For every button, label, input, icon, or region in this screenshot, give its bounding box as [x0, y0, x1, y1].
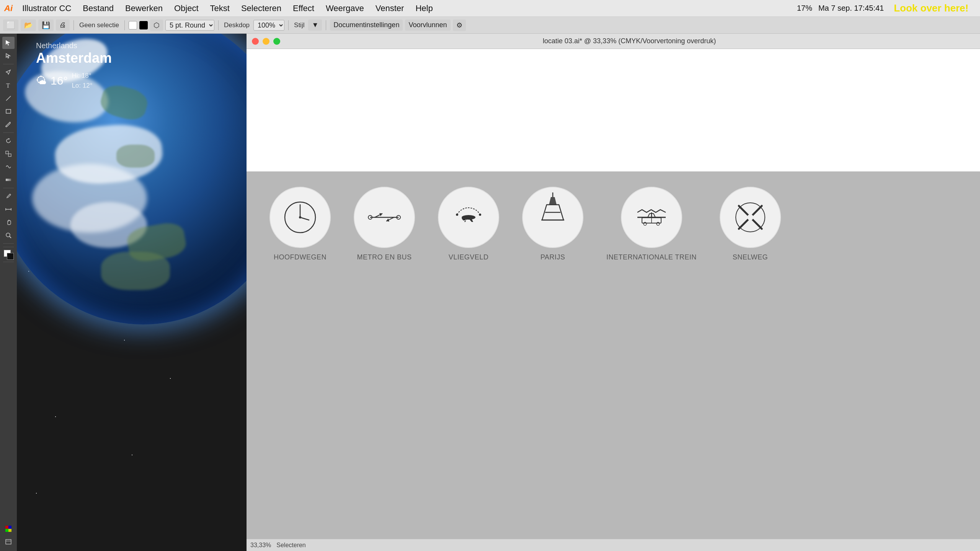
style-label: Stijl	[292, 21, 306, 29]
line-tool[interactable]	[2, 92, 15, 104]
selection-tool[interactable]	[2, 37, 15, 49]
status-bar: 33,33% Selecteren	[247, 539, 980, 551]
svg-rect-5	[6, 179, 11, 181]
zoom-select[interactable]: 100%	[253, 20, 284, 31]
svg-line-19	[300, 217, 309, 220]
icon-label-snelweg: SNELWEG	[733, 253, 768, 261]
open-button[interactable]: 📂	[21, 20, 36, 31]
color-mode-button[interactable]	[2, 523, 15, 535]
paris-icon	[532, 196, 574, 238]
hand-tool[interactable]	[2, 216, 15, 228]
star	[36, 493, 37, 494]
menubar: Ai Illustrator CC Bestand Bewerken Objec…	[0, 0, 980, 17]
international-train-icon	[630, 196, 673, 238]
weather-city: Amsterdam	[36, 50, 112, 66]
library-button[interactable]	[2, 536, 15, 548]
svg-point-33	[456, 214, 458, 216]
icon-metro-en-bus[interactable]: METRO EN BUS	[354, 187, 415, 261]
eyedropper-tool[interactable]	[2, 190, 15, 202]
svg-point-20	[299, 216, 301, 218]
weather-icon: 🌤	[36, 74, 47, 87]
menu-help[interactable]: Help	[410, 2, 438, 15]
brush-tool[interactable]	[2, 118, 15, 130]
icon-vliegveld[interactable]: VLIEGVELD	[438, 187, 499, 261]
svg-line-10	[10, 236, 11, 238]
metro-bus-icon	[363, 196, 405, 238]
icon-circle-vliegveld	[438, 187, 499, 248]
icon-circle-metro	[354, 187, 415, 248]
icon-internationale-trein[interactable]: INETERNATIONALE TREIN	[606, 187, 697, 261]
menu-tekst[interactable]: Tekst	[205, 2, 235, 15]
svg-point-9	[6, 233, 10, 237]
icon-hoofdwegen[interactable]: HOOFDWEGEN	[270, 187, 331, 261]
desktop-label: Deskdop	[222, 21, 251, 29]
document-canvas[interactable]	[247, 49, 980, 171]
svg-rect-3	[6, 151, 8, 154]
warp-tool[interactable]	[2, 161, 15, 173]
status-zoom: 33,33%	[250, 542, 271, 549]
tool-bottom	[2, 523, 15, 551]
save-button[interactable]: 💾	[38, 20, 54, 31]
stroke-color[interactable]	[139, 21, 148, 29]
look-over-here-label: Look over here!	[890, 2, 972, 15]
left-tools-panel: T	[0, 34, 17, 551]
clock: Ma 7 sep. 17:45:41	[818, 4, 884, 13]
zoom-tool[interactable]	[2, 229, 15, 241]
tool-sep-2	[3, 132, 14, 133]
fill-color[interactable]	[129, 21, 137, 29]
weather-temp: 16°	[51, 74, 68, 87]
measure-tool[interactable]	[2, 203, 15, 215]
minimize-button[interactable]	[263, 38, 270, 45]
scale-tool[interactable]	[2, 148, 15, 160]
rectangle-tool[interactable]	[2, 105, 15, 117]
icon-parijs[interactable]: PARIJS	[522, 187, 583, 261]
tool-sep-1	[3, 64, 14, 64]
tool-sep-3	[3, 188, 14, 188]
right-panel: locatie 03.ai* @ 33,33% (CMYK/Voorverton…	[247, 34, 980, 551]
svg-point-34	[479, 214, 481, 216]
weather-hilo: Hi: 18° Lo: 12°	[72, 71, 92, 90]
fill-stroke-indicator[interactable]	[3, 249, 14, 260]
type-tool[interactable]: T	[2, 79, 15, 91]
svg-marker-31	[462, 218, 466, 220]
extra-button[interactable]: ⚙	[453, 20, 466, 31]
artwork-canvas: Netherlands Amsterdam 🌤 16° Hi: 18° Lo: …	[17, 34, 247, 551]
menu-illustrator[interactable]: Illustrator CC	[17, 2, 77, 15]
icon-snelweg[interactable]: SNELWEG	[720, 187, 781, 261]
status-mode: Selecteren	[276, 542, 306, 549]
app-icon[interactable]: Ai	[0, 0, 17, 17]
style-button[interactable]: ▼	[308, 20, 322, 31]
rotate-tool[interactable]	[2, 135, 15, 147]
stroke-mode[interactable]: ⬡	[150, 20, 163, 31]
selection-label: Geen selectie	[78, 21, 121, 29]
print-button[interactable]: 🖨	[56, 20, 70, 31]
svg-point-52	[747, 214, 753, 220]
direct-selection-tool[interactable]	[2, 50, 15, 62]
hoofdwegen-icon	[279, 196, 321, 238]
svg-marker-37	[549, 197, 557, 205]
close-button[interactable]	[252, 38, 259, 45]
pen-tool[interactable]	[2, 66, 15, 78]
divider-1	[74, 20, 74, 30]
menu-selecteren[interactable]: Selecteren	[236, 2, 287, 15]
new-document-button[interactable]: ⬜	[3, 20, 18, 31]
menu-venster[interactable]: Venster	[370, 2, 410, 15]
menu-effect[interactable]: Effect	[287, 2, 320, 15]
stroke-size-select[interactable]: 5 pt. Round	[165, 20, 214, 31]
menu-bewerken[interactable]: Bewerken	[120, 2, 168, 15]
icon-label-trein: INETERNATIONALE TREIN	[606, 253, 697, 261]
gradient-tool[interactable]	[2, 174, 15, 186]
tool-sep-4	[3, 243, 14, 244]
maximize-button[interactable]	[273, 38, 280, 45]
menu-weergave[interactable]: Weergave	[320, 2, 369, 15]
doc-settings-button[interactable]: Documentinstellingen	[330, 20, 403, 31]
weather-country: Netherlands	[36, 41, 112, 50]
menu-object[interactable]: Object	[169, 2, 204, 15]
voorvlunnen-button[interactable]: Voorvlunnen	[405, 20, 450, 31]
menu-bestand[interactable]: Bestand	[77, 2, 119, 15]
svg-rect-11	[5, 526, 8, 529]
highway-icon	[729, 196, 771, 238]
divider-3	[218, 20, 219, 30]
document-title: locatie 03.ai* @ 33,33% (CMYK/Voorverton…	[284, 37, 975, 45]
svg-text:T: T	[6, 82, 10, 89]
